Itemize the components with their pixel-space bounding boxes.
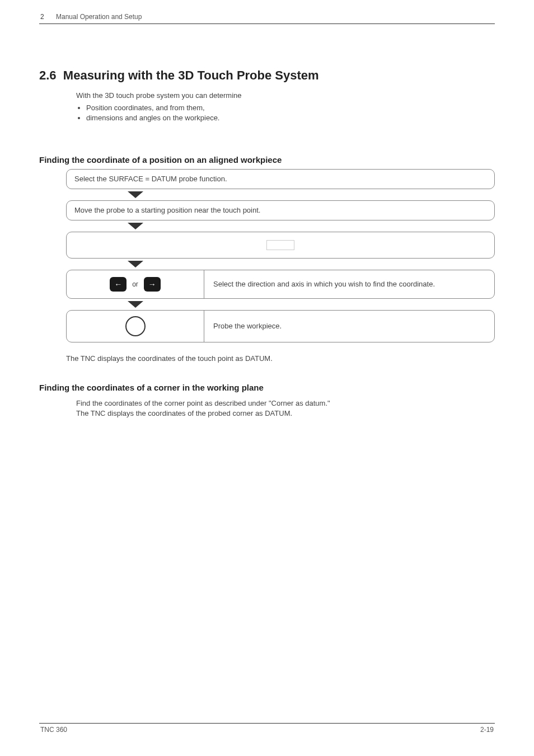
flow-arrow-1 — [128, 191, 143, 198]
arrow-left-key[interactable]: ← — [110, 277, 127, 292]
flow-step-1: Select the SURFACE = DATUM probe functio… — [66, 169, 495, 189]
header-rule — [39, 24, 495, 24]
subheading-coordinate-position: Finding the coordinate of a position on … — [39, 154, 282, 166]
flow-step-2: Move the probe to a starting position ne… — [66, 200, 495, 220]
corner-paragraph: Find the coordinates of the corner point… — [76, 398, 339, 419]
or-label: or — [132, 280, 138, 289]
after-flow-note: The TNC displays the coordinates of the … — [66, 354, 495, 364]
flow-step-1-text: Select the SURFACE = DATUM probe functio… — [74, 174, 227, 184]
softkey-placeholder — [266, 240, 294, 250]
flow-step-5: Probe the workpiece. — [66, 310, 495, 342]
intro-bullet-2: dimensions and angles on the workpiece. — [86, 113, 495, 123]
flow-step-4-desc: Select the direction and axis in which y… — [204, 274, 494, 295]
nc-start-button[interactable] — [125, 316, 146, 336]
footer-model: TNC 360 — [40, 725, 67, 735]
header-chapter-number: 2 — [40, 12, 44, 22]
intro-block: With the 3D touch probe system you can d… — [76, 91, 495, 124]
flow-step-5-desc: Probe the workpiece. — [204, 316, 494, 337]
flow-arrow-2 — [128, 223, 143, 229]
subheading-corner-coordinates: Finding the coordinates of a corner in t… — [39, 382, 264, 393]
flow-arrow-4 — [128, 301, 143, 308]
footer-page-number: 2-19 — [480, 725, 494, 735]
flow-arrow-3 — [128, 261, 143, 267]
flow-step-4: ← or → Select the direction and axis in … — [66, 270, 495, 299]
procedure-flow: Select the SURFACE = DATUM probe functio… — [66, 169, 495, 345]
footer-rule — [39, 723, 495, 724]
section-number: 2.6 — [39, 68, 57, 82]
header-chapter-title: Manual Operation and Setup — [56, 12, 142, 22]
intro-lead: With the 3D touch probe system you can d… — [76, 91, 495, 101]
flow-step-5-button-cell — [67, 311, 204, 342]
flow-step-4-keys: ← or → — [67, 270, 204, 298]
flow-step-3 — [66, 232, 495, 259]
arrow-right-key[interactable]: → — [144, 277, 161, 292]
section-title: 2.6 Measuring with the 3D Touch Probe Sy… — [39, 67, 495, 84]
intro-bullet-1: Position coordinates, and from them, — [86, 103, 495, 113]
intro-bullet-list: Position coordinates, and from them, dim… — [86, 103, 495, 123]
flow-step-2-text: Move the probe to a starting position ne… — [74, 205, 260, 215]
section-heading: Measuring with the 3D Touch Probe System — [63, 68, 319, 82]
